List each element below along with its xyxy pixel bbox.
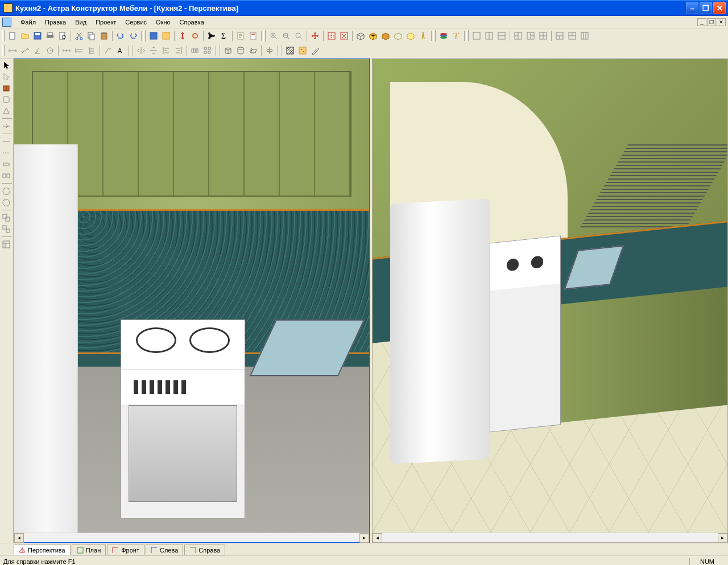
toolbar-grip[interactable] xyxy=(143,30,146,41)
visibility-button[interactable] xyxy=(450,30,462,42)
scale-tool-button[interactable] xyxy=(0,159,13,170)
revolve-button[interactable] xyxy=(263,44,276,57)
menu-help[interactable]: Справка xyxy=(175,18,209,27)
layout-3d-button[interactable] xyxy=(566,30,578,42)
select-lasso-button[interactable] xyxy=(0,71,13,82)
array-rect-button[interactable] xyxy=(201,44,214,57)
cut-button[interactable] xyxy=(73,30,85,42)
layout-4-button[interactable] xyxy=(537,30,549,42)
open-button[interactable] xyxy=(19,30,31,42)
scroll-right-button[interactable]: ► xyxy=(718,533,727,543)
cut-tool-button[interactable] xyxy=(0,121,13,132)
zoom-in-button[interactable] xyxy=(267,30,280,42)
shading-textured-button[interactable] xyxy=(379,30,392,42)
snap-object-button[interactable] xyxy=(338,30,350,42)
layout-3a-button[interactable] xyxy=(512,30,524,42)
create-shape-button[interactable] xyxy=(0,105,13,117)
horizontal-scrollbar[interactable]: ◄ ► xyxy=(14,533,369,542)
dim-ordinate-button[interactable] xyxy=(85,44,98,57)
zoom-fit-button[interactable] xyxy=(292,30,305,42)
save-button[interactable] xyxy=(31,30,44,42)
mirror-tool-button[interactable] xyxy=(0,170,13,181)
cylinder-button[interactable] xyxy=(234,44,247,57)
shading-solid-button[interactable] xyxy=(367,30,379,42)
viewport-left[interactable]: Перспектива ◄ xyxy=(14,59,370,543)
dim-aligned-button[interactable] xyxy=(19,44,31,57)
layout-3b-button[interactable] xyxy=(524,30,537,42)
minimize-button[interactable]: – xyxy=(686,2,698,14)
distribute-h-button[interactable] xyxy=(135,44,147,57)
create-panel-button[interactable] xyxy=(0,94,13,105)
spec-button[interactable] xyxy=(247,30,259,42)
tab-front[interactable]: Фронт xyxy=(107,545,144,555)
mdi-restore-button[interactable]: ❐ xyxy=(707,18,716,26)
mdi-close-button[interactable]: ✕ xyxy=(717,18,726,26)
rotate-tool-button[interactable] xyxy=(0,147,13,159)
shading-wireframe-button[interactable] xyxy=(354,30,367,42)
tree-button[interactable] xyxy=(205,30,218,42)
menu-project[interactable]: Проект xyxy=(91,18,121,27)
dim-baseline-button[interactable] xyxy=(73,44,85,57)
tab-perspective[interactable]: Перспектива xyxy=(14,545,71,555)
scroll-left-button[interactable]: ◄ xyxy=(373,533,382,543)
copy-button[interactable] xyxy=(85,30,98,42)
undo-button[interactable] xyxy=(114,30,127,42)
rotate-ccw-button[interactable] xyxy=(0,185,13,197)
dim-chain-button[interactable] xyxy=(60,44,73,57)
toolbar-grip[interactable] xyxy=(2,45,5,56)
texture-apply-button[interactable] xyxy=(296,44,309,57)
redo-button[interactable] xyxy=(127,30,139,42)
dim-linear-button[interactable] xyxy=(6,44,19,57)
fittings-button[interactable] xyxy=(189,30,201,42)
menu-edit[interactable]: Правка xyxy=(40,18,71,27)
toolbar-grip[interactable] xyxy=(218,45,220,56)
mdi-minimize-button[interactable]: _ xyxy=(697,18,706,26)
maximize-button[interactable]: ❐ xyxy=(700,2,712,14)
document-icon[interactable] xyxy=(2,18,11,27)
ungroup-button[interactable] xyxy=(0,223,13,235)
dim-radius-button[interactable] xyxy=(44,44,56,57)
properties-button[interactable] xyxy=(0,239,13,250)
hardware-button[interactable] xyxy=(176,30,189,42)
select-tool-button[interactable] xyxy=(0,60,13,71)
extrude-button[interactable] xyxy=(247,44,259,57)
close-button[interactable]: ✕ xyxy=(713,2,726,14)
layout-3c-button[interactable] xyxy=(553,30,566,42)
report-button[interactable] xyxy=(234,30,247,42)
tab-right[interactable]: Справа xyxy=(184,545,225,555)
layout-custom-button[interactable] xyxy=(578,30,591,42)
sum-button[interactable]: Σ xyxy=(218,30,230,42)
toolbar-grip[interactable] xyxy=(433,30,436,41)
zoom-out-button[interactable] xyxy=(280,30,292,42)
dim-angle-button[interactable] xyxy=(31,44,44,57)
menu-service[interactable]: Сервис xyxy=(121,18,151,27)
toolbar-grip[interactable] xyxy=(263,30,266,41)
layout-2h-button[interactable] xyxy=(483,30,495,42)
move-tool-button[interactable] xyxy=(0,136,13,147)
toolbar-grip[interactable] xyxy=(466,30,469,41)
hatch-button[interactable] xyxy=(284,44,296,57)
array-linear-button[interactable] xyxy=(189,44,201,57)
dim-text-button[interactable]: A xyxy=(114,44,127,57)
paste-button[interactable] xyxy=(98,30,110,42)
tab-left[interactable]: Слева xyxy=(146,545,183,555)
new-button[interactable] xyxy=(6,30,19,42)
snap-grid-button[interactable] xyxy=(325,30,338,42)
walkthrough-button[interactable] xyxy=(417,30,429,42)
viewport-canvas[interactable] xyxy=(14,59,369,533)
rotate-cw-button[interactable] xyxy=(0,197,13,208)
menu-file[interactable]: Файл xyxy=(16,18,40,27)
dropper-button[interactable] xyxy=(309,44,321,57)
create-furniture-button[interactable] xyxy=(0,82,13,94)
toolbar-grip[interactable] xyxy=(280,45,282,56)
scroll-right-button[interactable]: ► xyxy=(359,533,369,543)
menu-window[interactable]: Окно xyxy=(151,18,175,27)
toolbar-grip[interactable] xyxy=(131,45,133,56)
print-preview-button[interactable] xyxy=(56,30,69,42)
dim-leader-button[interactable] xyxy=(102,44,114,57)
render-button[interactable] xyxy=(404,30,417,42)
tab-plan[interactable]: План xyxy=(72,545,106,555)
scroll-left-button[interactable]: ◄ xyxy=(14,533,24,543)
menu-view[interactable]: Вид xyxy=(71,18,91,27)
layers-button[interactable] xyxy=(437,30,450,42)
